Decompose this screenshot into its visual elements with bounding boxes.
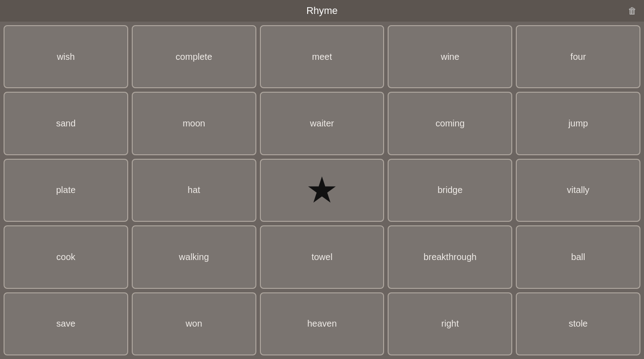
card-label-towel: towel <box>312 252 333 262</box>
card-plate[interactable]: plate <box>4 159 128 222</box>
card-label-won: won <box>186 319 202 329</box>
card-label-moon: moon <box>183 118 205 129</box>
card-wine[interactable]: wine <box>388 25 512 88</box>
card-label-wish: wish <box>57 52 75 62</box>
card-label-breakthrough: breakthrough <box>424 252 477 262</box>
card-coming[interactable]: coming <box>388 92 512 155</box>
card-wish[interactable]: wish <box>4 25 128 88</box>
card-heaven[interactable]: heaven <box>260 292 385 355</box>
card-label-waiter: waiter <box>310 118 334 129</box>
card-ball[interactable]: ball <box>516 225 640 288</box>
card-label-coming: coming <box>436 118 465 129</box>
page-title: Rhyme <box>306 5 338 17</box>
card-label-four: four <box>570 52 586 62</box>
card-sand[interactable]: sand <box>4 92 128 155</box>
card-waiter[interactable]: waiter <box>260 92 385 155</box>
card-jump[interactable]: jump <box>516 92 640 155</box>
card-label-save: save <box>56 319 75 329</box>
card-bridge[interactable]: bridge <box>388 159 512 222</box>
card-label-plate: plate <box>56 185 76 195</box>
card-label-right: right <box>441 319 459 329</box>
card-star[interactable]: ★ <box>260 159 385 222</box>
card-towel[interactable]: towel <box>260 225 385 288</box>
card-label-sand: sand <box>56 118 76 129</box>
card-cook[interactable]: cook <box>4 225 128 288</box>
card-label-complete: complete <box>176 52 212 62</box>
card-hat[interactable]: hat <box>132 159 256 222</box>
card-label-meet: meet <box>312 52 332 62</box>
card-four[interactable]: four <box>516 25 640 88</box>
card-complete[interactable]: complete <box>132 25 256 88</box>
app-header: Rhyme 🗑 <box>0 0 644 22</box>
card-label-jump: jump <box>568 118 588 129</box>
card-label-walking: walking <box>179 252 209 262</box>
card-save[interactable]: save <box>4 292 128 355</box>
card-label-ball: ball <box>571 252 585 262</box>
card-label-heaven: heaven <box>307 319 337 329</box>
card-label-vitally: vitally <box>567 185 590 195</box>
star-icon: ★ <box>306 172 338 208</box>
card-won[interactable]: won <box>132 292 256 355</box>
card-label-bridge: bridge <box>438 185 463 195</box>
card-label-hat: hat <box>188 185 200 195</box>
card-meet[interactable]: meet <box>260 25 385 88</box>
card-stole[interactable]: stole <box>516 292 640 355</box>
card-label-stole: stole <box>568 319 587 329</box>
trash-icon[interactable]: 🗑 <box>628 6 637 16</box>
word-grid: wishcompletemeetwinefoursandmoonwaiterco… <box>0 22 644 359</box>
card-breakthrough[interactable]: breakthrough <box>388 225 512 288</box>
card-label-cook: cook <box>56 252 75 262</box>
card-label-wine: wine <box>441 52 459 62</box>
card-right[interactable]: right <box>388 292 512 355</box>
card-walking[interactable]: walking <box>132 225 256 288</box>
card-moon[interactable]: moon <box>132 92 256 155</box>
card-vitally[interactable]: vitally <box>516 159 640 222</box>
